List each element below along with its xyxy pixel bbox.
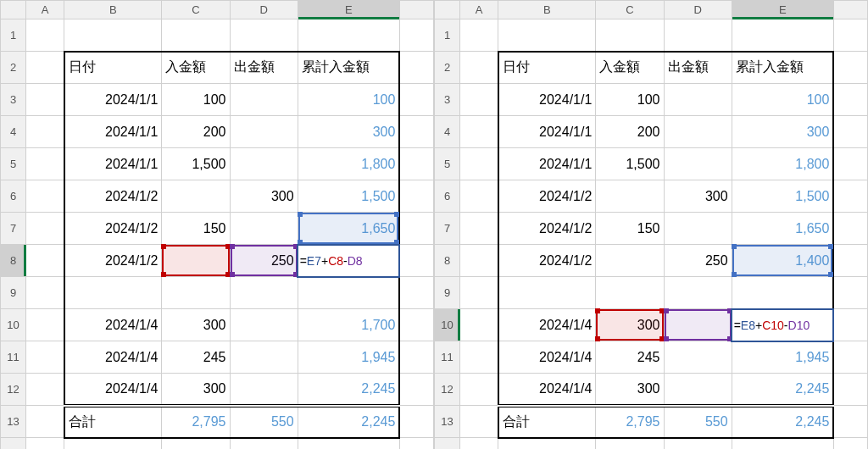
cell[interactable]: 2,245 [732, 374, 833, 406]
cell-total-label[interactable]: 合計 [64, 406, 162, 438]
cell[interactable] [230, 213, 298, 245]
row-header[interactable]: 9 [435, 277, 460, 309]
row-header[interactable]: 8 [435, 245, 460, 277]
cell[interactable]: 累計入金額 [298, 52, 399, 84]
cell[interactable]: 300 [298, 116, 399, 148]
cell-c10-trace[interactable]: 300 [596, 309, 664, 341]
cell[interactable] [664, 277, 732, 309]
cell-d8-trace[interactable]: 250 [230, 245, 298, 277]
cell-e10-formula[interactable]: =E8+C10-D10 [732, 309, 833, 341]
row-header[interactable]: 7 [435, 213, 460, 245]
grid-left[interactable]: A B C D E 1 2 日付 入金額 出金額 累計入金額 3 2024/1/… [0, 0, 434, 449]
col-header-a[interactable]: A [460, 1, 498, 19]
row-header[interactable]: 14 [1, 438, 26, 450]
cell[interactable]: 日付 [498, 52, 596, 84]
cell[interactable]: 100 [162, 84, 230, 116]
cell[interactable] [664, 148, 732, 180]
cell[interactable]: 100 [298, 84, 399, 116]
row-header[interactable]: 7 [1, 213, 26, 245]
cell[interactable]: 300 [230, 180, 298, 213]
row-header[interactable]: 13 [435, 406, 460, 438]
cell[interactable]: 2024/1/4 [498, 309, 596, 341]
cell[interactable] [664, 341, 732, 374]
cell[interactable]: 150 [162, 213, 230, 245]
cell-c8-trace[interactable] [162, 245, 230, 277]
row-header[interactable]: 1 [1, 19, 26, 52]
row-header[interactable]: 1 [435, 19, 460, 52]
row-header[interactable]: 2 [435, 52, 460, 84]
cell[interactable] [230, 148, 298, 180]
cell[interactable]: 1,500 [162, 148, 230, 180]
cell[interactable]: 1,700 [298, 309, 399, 341]
col-header-blank[interactable] [399, 1, 433, 19]
row-header[interactable]: 9 [1, 277, 26, 309]
cell[interactable]: 2024/1/1 [498, 116, 596, 148]
col-header-c[interactable]: C [596, 1, 664, 19]
cell[interactable]: 250 [664, 245, 732, 277]
cell[interactable] [162, 277, 230, 309]
row-header[interactable]: 14 [435, 438, 460, 450]
cell[interactable]: 2024/1/2 [64, 245, 162, 277]
cell[interactable]: 300 [664, 180, 732, 213]
cell[interactable]: 2024/1/2 [64, 213, 162, 245]
col-header-d[interactable]: D [230, 1, 298, 19]
col-header-b[interactable]: B [498, 1, 596, 19]
cell[interactable]: 245 [162, 341, 230, 374]
cell[interactable] [664, 116, 732, 148]
cell[interactable] [230, 84, 298, 116]
cell-total-label[interactable]: 合計 [498, 406, 596, 438]
col-header-a[interactable]: A [26, 1, 64, 19]
cell[interactable] [230, 309, 298, 341]
cell[interactable]: 2024/1/2 [498, 245, 596, 277]
row-header[interactable]: 11 [435, 341, 460, 374]
col-header-d[interactable]: D [664, 1, 732, 19]
row-header[interactable]: 13 [1, 406, 26, 438]
row-header[interactable]: 11 [1, 341, 26, 374]
cell[interactable]: 100 [732, 84, 833, 116]
cell[interactable]: 2,245 [298, 374, 399, 406]
cell[interactable]: 1,500 [298, 180, 399, 213]
cell[interactable]: 入金額 [162, 52, 230, 84]
cell[interactable] [596, 277, 664, 309]
cell[interactable]: 300 [596, 374, 664, 406]
row-header[interactable]: 2 [1, 52, 26, 84]
cell[interactable] [596, 180, 664, 213]
cell[interactable] [162, 180, 230, 213]
col-header-e[interactable]: E [732, 1, 833, 19]
cell[interactable]: 2024/1/4 [498, 341, 596, 374]
row-header[interactable]: 6 [435, 180, 460, 213]
cell[interactable]: 550 [664, 406, 732, 438]
cell[interactable]: 2024/1/4 [64, 374, 162, 406]
cell[interactable]: 1,800 [732, 148, 833, 180]
grid-right[interactable]: A B C D E 1 2 日付 入金額 出金額 累計入金額 3 2024/1/… [434, 0, 868, 449]
row-header[interactable]: 10 [1, 309, 26, 341]
cell[interactable]: 300 [162, 309, 230, 341]
cell[interactable]: 150 [596, 213, 664, 245]
row-header[interactable]: 5 [435, 148, 460, 180]
cell[interactable] [230, 116, 298, 148]
corner-cell[interactable] [435, 1, 460, 19]
cell[interactable] [298, 277, 399, 309]
row-header[interactable]: 3 [1, 84, 26, 116]
row-header[interactable]: 10 [435, 309, 460, 341]
cell[interactable]: 2024/1/2 [64, 180, 162, 213]
cell-d10-trace[interactable] [664, 309, 732, 341]
row-header[interactable]: 12 [435, 374, 460, 406]
cell[interactable]: 100 [596, 84, 664, 116]
cell[interactable] [664, 374, 732, 406]
cell-e8-trace[interactable]: 1,400 [732, 245, 833, 277]
cell[interactable] [596, 245, 664, 277]
cell[interactable]: 2024/1/2 [498, 213, 596, 245]
cell[interactable]: 300 [162, 374, 230, 406]
cell[interactable]: 550 [230, 406, 298, 438]
cell-e7-trace[interactable]: 1,650 [298, 213, 399, 245]
cell[interactable]: 2024/1/1 [498, 84, 596, 116]
cell[interactable]: 2,795 [162, 406, 230, 438]
col-header-e[interactable]: E [298, 1, 399, 19]
row-header[interactable]: 4 [435, 116, 460, 148]
row-header[interactable]: 6 [1, 180, 26, 213]
cell[interactable] [664, 213, 732, 245]
cell[interactable]: 入金額 [596, 52, 664, 84]
corner-cell[interactable] [1, 1, 26, 19]
cell[interactable]: 1,500 [596, 148, 664, 180]
